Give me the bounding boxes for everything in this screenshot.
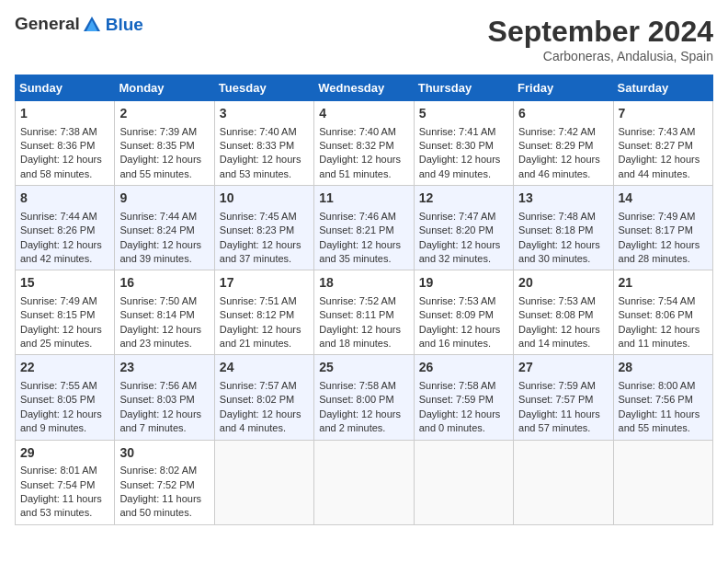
day-number: 21 xyxy=(619,274,708,293)
day-info: Sunset: 8:36 PM xyxy=(20,139,109,153)
day-info: and 49 minutes. xyxy=(419,167,508,181)
table-row: 21Sunrise: 7:54 AMSunset: 8:06 PMDayligh… xyxy=(613,270,712,355)
day-info: and 7 minutes. xyxy=(119,421,209,435)
day-info: Sunrise: 7:58 AM xyxy=(419,379,508,393)
day-number: 4 xyxy=(319,105,408,123)
day-info: Sunrise: 7:58 AM xyxy=(319,379,408,393)
day-info: and 46 minutes. xyxy=(518,167,608,181)
day-info: Daylight: 12 hours xyxy=(220,153,309,167)
day-info: Daylight: 12 hours xyxy=(619,153,708,167)
day-info: Sunrise: 7:44 AM xyxy=(20,210,109,224)
day-info: Sunrise: 7:43 AM xyxy=(619,125,708,139)
day-info: Sunrise: 7:44 AM xyxy=(119,210,209,224)
table-row: 18Sunrise: 7:52 AMSunset: 8:11 PMDayligh… xyxy=(314,270,414,355)
day-info: and 14 minutes. xyxy=(518,337,608,350)
table-row: 11Sunrise: 7:46 AMSunset: 8:21 PMDayligh… xyxy=(314,186,414,270)
day-info: Sunrise: 7:52 AM xyxy=(319,294,408,308)
day-info: Daylight: 12 hours xyxy=(20,323,109,337)
table-row: 15Sunrise: 7:49 AMSunset: 8:15 PMDayligh… xyxy=(16,270,115,355)
logo-icon xyxy=(82,15,102,35)
day-info: Daylight: 12 hours xyxy=(518,153,608,167)
day-info: Daylight: 12 hours xyxy=(319,153,408,167)
day-info: Sunset: 8:09 PM xyxy=(419,308,508,322)
table-row: 6Sunrise: 7:42 AMSunset: 8:29 PMDaylight… xyxy=(514,101,613,186)
table-row: 22Sunrise: 7:55 AMSunset: 8:05 PMDayligh… xyxy=(16,355,115,440)
day-info: Sunrise: 7:42 AM xyxy=(518,125,608,139)
day-info: Sunset: 8:32 PM xyxy=(319,139,408,153)
day-info: Sunrise: 7:55 AM xyxy=(20,379,109,393)
day-info: Sunrise: 8:02 AM xyxy=(119,464,209,477)
day-info: and 53 minutes. xyxy=(20,506,109,520)
day-info: and 18 minutes. xyxy=(319,337,408,350)
day-info: Daylight: 12 hours xyxy=(518,238,608,252)
day-info: Sunset: 8:23 PM xyxy=(220,224,309,237)
day-number: 24 xyxy=(220,359,309,377)
day-info: Sunrise: 7:49 AM xyxy=(619,210,708,224)
day-number: 11 xyxy=(319,190,408,208)
day-info: Sunset: 8:05 PM xyxy=(20,393,109,407)
day-info: and 44 minutes. xyxy=(619,167,708,181)
day-number: 28 xyxy=(619,359,708,377)
table-row: 23Sunrise: 7:56 AMSunset: 8:03 PMDayligh… xyxy=(115,355,214,440)
day-info: Sunrise: 7:59 AM xyxy=(518,379,608,393)
table-row: 4Sunrise: 7:40 AMSunset: 8:32 PMDaylight… xyxy=(314,101,414,186)
calendar-week-row: 29Sunrise: 8:01 AMSunset: 7:54 PMDayligh… xyxy=(16,440,713,524)
day-info: Sunrise: 7:45 AM xyxy=(220,210,309,224)
day-number: 10 xyxy=(220,190,309,208)
day-info: Sunrise: 7:40 AM xyxy=(220,125,309,139)
day-number: 18 xyxy=(319,274,408,293)
day-info: and 21 minutes. xyxy=(220,337,309,350)
day-info: Sunset: 8:20 PM xyxy=(419,224,508,237)
day-info: and 42 minutes. xyxy=(20,252,109,266)
calendar-week-row: 22Sunrise: 7:55 AMSunset: 8:05 PMDayligh… xyxy=(16,355,713,440)
day-info: and 0 minutes. xyxy=(419,421,508,435)
day-info: Daylight: 12 hours xyxy=(119,153,209,167)
day-info: Sunset: 8:06 PM xyxy=(619,308,708,322)
calendar-week-row: 8Sunrise: 7:44 AMSunset: 8:26 PMDaylight… xyxy=(16,186,713,270)
table-row: 10Sunrise: 7:45 AMSunset: 8:23 PMDayligh… xyxy=(214,186,313,270)
calendar-week-row: 15Sunrise: 7:49 AMSunset: 8:15 PMDayligh… xyxy=(16,270,713,355)
day-info: Daylight: 12 hours xyxy=(619,323,708,337)
day-info: and 9 minutes. xyxy=(20,421,109,435)
table-row: 14Sunrise: 7:49 AMSunset: 8:17 PMDayligh… xyxy=(613,186,712,270)
table-row: 7Sunrise: 7:43 AMSunset: 8:27 PMDaylight… xyxy=(613,101,712,186)
day-info: Sunset: 8:11 PM xyxy=(319,308,408,322)
day-info: and 2 minutes. xyxy=(319,421,408,435)
day-info: Sunrise: 7:51 AM xyxy=(220,294,309,308)
header-thursday: Thursday xyxy=(414,75,513,101)
day-number: 13 xyxy=(518,190,608,208)
day-info: and 50 minutes. xyxy=(119,506,209,520)
day-info: Daylight: 12 hours xyxy=(518,323,608,337)
day-info: Daylight: 12 hours xyxy=(319,323,408,337)
day-number: 8 xyxy=(20,190,109,208)
day-info: Sunset: 7:59 PM xyxy=(419,393,508,407)
table-row: 27Sunrise: 7:59 AMSunset: 7:57 PMDayligh… xyxy=(514,355,613,440)
day-info: Sunrise: 7:53 AM xyxy=(518,294,608,308)
table-row: 12Sunrise: 7:47 AMSunset: 8:20 PMDayligh… xyxy=(414,186,513,270)
day-info: Sunrise: 7:40 AM xyxy=(319,125,408,139)
day-info: and 25 minutes. xyxy=(20,337,109,350)
day-info: and 55 minutes. xyxy=(119,167,209,181)
day-info: Sunset: 8:17 PM xyxy=(619,224,708,237)
day-info: Sunset: 8:18 PM xyxy=(518,224,608,237)
table-row xyxy=(414,440,513,524)
day-number: 2 xyxy=(119,105,209,123)
day-info: Daylight: 11 hours xyxy=(119,492,209,506)
day-info: Sunset: 8:12 PM xyxy=(220,308,309,322)
table-row: 16Sunrise: 7:50 AMSunset: 8:14 PMDayligh… xyxy=(115,270,214,355)
table-row: 2Sunrise: 7:39 AMSunset: 8:35 PMDaylight… xyxy=(115,101,214,186)
day-number: 1 xyxy=(20,105,109,123)
day-info: and 32 minutes. xyxy=(419,252,508,266)
day-info: Sunset: 8:26 PM xyxy=(20,224,109,237)
table-row xyxy=(314,440,414,524)
day-info: Sunrise: 7:50 AM xyxy=(119,294,209,308)
day-info: Sunset: 7:52 PM xyxy=(119,478,209,492)
day-info: Daylight: 12 hours xyxy=(119,323,209,337)
table-row: 26Sunrise: 7:58 AMSunset: 7:59 PMDayligh… xyxy=(414,355,513,440)
day-info: Sunrise: 7:57 AM xyxy=(220,379,309,393)
day-info: and 51 minutes. xyxy=(319,167,408,181)
day-number: 30 xyxy=(119,444,209,463)
day-info: and 57 minutes. xyxy=(518,421,608,435)
day-info: and 30 minutes. xyxy=(518,252,608,266)
header-wednesday: Wednesday xyxy=(314,75,414,101)
